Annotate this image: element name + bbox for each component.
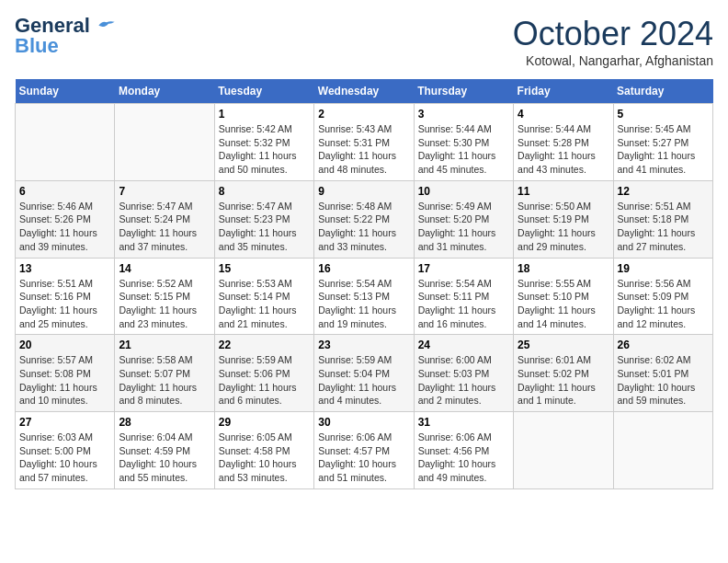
day-info: Sunrise: 5:54 AMSunset: 5:13 PMDaylight:…: [318, 277, 409, 331]
calendar-cell: [16, 104, 115, 181]
calendar-cell: 20Sunrise: 5:57 AMSunset: 5:08 PMDayligh…: [16, 335, 115, 412]
calendar-cell: 15Sunrise: 5:53 AMSunset: 5:14 PMDayligh…: [214, 258, 313, 335]
calendar-cell: 24Sunrise: 6:00 AMSunset: 5:03 PMDayligh…: [414, 335, 513, 412]
day-number: 22: [219, 339, 310, 351]
day-number: 29: [219, 416, 310, 429]
day-info: Sunrise: 5:48 AMSunset: 5:22 PMDaylight:…: [318, 200, 409, 254]
day-number: 20: [19, 339, 110, 351]
calendar-cell: 8Sunrise: 5:47 AMSunset: 5:23 PMDaylight…: [214, 180, 313, 258]
calendar-cell: 18Sunrise: 5:55 AMSunset: 5:10 PMDayligh…: [514, 258, 613, 335]
day-number: 18: [518, 262, 609, 275]
calendar-table: SundayMondayTuesdayWednesdayThursdayFrid…: [15, 79, 713, 489]
day-number: 2: [318, 108, 409, 121]
day-info: Sunrise: 5:42 AMSunset: 5:32 PMDaylight:…: [219, 122, 310, 177]
day-number: 27: [19, 416, 110, 429]
col-header-saturday: Saturday: [613, 79, 712, 104]
day-number: 23: [318, 339, 409, 351]
day-info: Sunrise: 5:53 AMSunset: 5:14 PMDaylight:…: [219, 277, 310, 331]
calendar-cell: 30Sunrise: 6:06 AMSunset: 4:57 PMDayligh…: [314, 412, 414, 489]
day-number: 26: [618, 339, 709, 351]
day-info: Sunrise: 5:47 AMSunset: 5:23 PMDaylight:…: [219, 200, 310, 254]
calendar-cell: 25Sunrise: 6:01 AMSunset: 5:02 PMDayligh…: [514, 335, 613, 412]
col-header-tuesday: Tuesday: [214, 79, 313, 104]
col-header-thursday: Thursday: [414, 79, 513, 104]
logo-blue: Blue: [15, 35, 59, 57]
day-number: 24: [418, 339, 509, 351]
day-number: 1: [219, 108, 310, 121]
day-info: Sunrise: 5:59 AMSunset: 5:04 PMDaylight:…: [318, 353, 409, 408]
calendar-cell: [613, 412, 712, 489]
day-info: Sunrise: 6:04 AMSunset: 4:59 PMDaylight:…: [119, 431, 210, 485]
calendar-cell: 23Sunrise: 5:59 AMSunset: 5:04 PMDayligh…: [314, 335, 414, 412]
calendar-cell: 27Sunrise: 6:03 AMSunset: 5:00 PMDayligh…: [16, 412, 115, 489]
day-info: Sunrise: 6:00 AMSunset: 5:03 PMDaylight:…: [418, 353, 509, 408]
calendar-cell: 19Sunrise: 5:56 AMSunset: 5:09 PMDayligh…: [613, 258, 712, 335]
day-info: Sunrise: 5:59 AMSunset: 5:06 PMDaylight:…: [219, 353, 310, 408]
day-number: 14: [119, 262, 210, 275]
calendar-week-4: 20Sunrise: 5:57 AMSunset: 5:08 PMDayligh…: [16, 335, 713, 412]
calendar-cell: 4Sunrise: 5:44 AMSunset: 5:28 PMDaylight…: [514, 104, 613, 181]
calendar-cell: 6Sunrise: 5:46 AMSunset: 5:26 PMDaylight…: [16, 180, 115, 258]
day-number: 13: [19, 262, 110, 275]
calendar-cell: 9Sunrise: 5:48 AMSunset: 5:22 PMDaylight…: [314, 180, 414, 258]
calendar-cell: 17Sunrise: 5:54 AMSunset: 5:11 PMDayligh…: [414, 258, 513, 335]
day-number: 30: [318, 416, 409, 429]
calendar-cell: 2Sunrise: 5:43 AMSunset: 5:31 PMDaylight…: [314, 104, 414, 181]
day-number: 3: [418, 108, 509, 121]
day-info: Sunrise: 5:52 AMSunset: 5:15 PMDaylight:…: [119, 277, 210, 331]
calendar-cell: 12Sunrise: 5:51 AMSunset: 5:18 PMDayligh…: [613, 180, 712, 258]
location: Kotowal, Nangarhar, Afghanistan: [513, 53, 713, 68]
calendar-cell: 22Sunrise: 5:59 AMSunset: 5:06 PMDayligh…: [214, 335, 313, 412]
day-info: Sunrise: 5:55 AMSunset: 5:10 PMDaylight:…: [518, 277, 609, 331]
day-info: Sunrise: 5:56 AMSunset: 5:09 PMDaylight:…: [618, 277, 709, 331]
day-info: Sunrise: 5:47 AMSunset: 5:24 PMDaylight:…: [119, 200, 210, 254]
day-number: 6: [19, 185, 110, 198]
day-info: Sunrise: 5:45 AMSunset: 5:27 PMDaylight:…: [618, 122, 709, 177]
calendar-cell: 5Sunrise: 5:45 AMSunset: 5:27 PMDaylight…: [613, 104, 712, 181]
day-number: 31: [418, 416, 509, 429]
day-info: Sunrise: 6:01 AMSunset: 5:02 PMDaylight:…: [518, 353, 609, 408]
day-number: 16: [318, 262, 409, 275]
day-number: 19: [618, 262, 709, 275]
calendar-week-2: 6Sunrise: 5:46 AMSunset: 5:26 PMDaylight…: [16, 180, 713, 258]
day-info: Sunrise: 5:49 AMSunset: 5:20 PMDaylight:…: [418, 200, 509, 254]
calendar-cell: [514, 412, 613, 489]
day-number: 28: [119, 416, 210, 429]
col-header-monday: Monday: [115, 79, 214, 104]
calendar-cell: 31Sunrise: 6:06 AMSunset: 4:56 PMDayligh…: [414, 412, 513, 489]
page-header: General Blue October 2024 Kotowal, Nanga…: [15, 15, 713, 68]
calendar-cell: 3Sunrise: 5:44 AMSunset: 5:30 PMDaylight…: [414, 104, 513, 181]
calendar-cell: 13Sunrise: 5:51 AMSunset: 5:16 PMDayligh…: [16, 258, 115, 335]
calendar-cell: 7Sunrise: 5:47 AMSunset: 5:24 PMDaylight…: [115, 180, 214, 258]
day-info: Sunrise: 5:50 AMSunset: 5:19 PMDaylight:…: [518, 200, 609, 254]
calendar-header-row: SundayMondayTuesdayWednesdayThursdayFrid…: [16, 79, 713, 104]
calendar-cell: 11Sunrise: 5:50 AMSunset: 5:19 PMDayligh…: [514, 180, 613, 258]
day-number: 11: [518, 185, 609, 198]
day-info: Sunrise: 5:58 AMSunset: 5:07 PMDaylight:…: [119, 353, 210, 408]
calendar-week-5: 27Sunrise: 6:03 AMSunset: 5:00 PMDayligh…: [16, 412, 713, 489]
day-number: 12: [618, 185, 709, 198]
col-header-wednesday: Wednesday: [314, 79, 414, 104]
day-info: Sunrise: 5:46 AMSunset: 5:26 PMDaylight:…: [19, 200, 110, 254]
day-number: 5: [618, 108, 709, 121]
day-info: Sunrise: 6:06 AMSunset: 4:57 PMDaylight:…: [318, 431, 409, 485]
day-info: Sunrise: 5:57 AMSunset: 5:08 PMDaylight:…: [19, 353, 110, 408]
calendar-week-3: 13Sunrise: 5:51 AMSunset: 5:16 PMDayligh…: [16, 258, 713, 335]
calendar-cell: 1Sunrise: 5:42 AMSunset: 5:32 PMDaylight…: [214, 104, 313, 181]
day-number: 9: [318, 185, 409, 198]
day-number: 15: [219, 262, 310, 275]
day-info: Sunrise: 6:02 AMSunset: 5:01 PMDaylight:…: [618, 353, 709, 408]
day-number: 8: [219, 185, 310, 198]
day-info: Sunrise: 6:03 AMSunset: 5:00 PMDaylight:…: [19, 431, 110, 485]
day-info: Sunrise: 5:51 AMSunset: 5:16 PMDaylight:…: [19, 277, 110, 331]
day-number: 10: [418, 185, 509, 198]
day-info: Sunrise: 5:51 AMSunset: 5:18 PMDaylight:…: [618, 200, 709, 254]
calendar-cell: 16Sunrise: 5:54 AMSunset: 5:13 PMDayligh…: [314, 258, 414, 335]
day-info: Sunrise: 6:06 AMSunset: 4:56 PMDaylight:…: [418, 431, 509, 485]
day-number: 7: [119, 185, 210, 198]
day-number: 4: [518, 108, 609, 121]
calendar-cell: 26Sunrise: 6:02 AMSunset: 5:01 PMDayligh…: [613, 335, 712, 412]
day-number: 25: [518, 339, 609, 351]
day-info: Sunrise: 5:54 AMSunset: 5:11 PMDaylight:…: [418, 277, 509, 331]
day-info: Sunrise: 5:44 AMSunset: 5:30 PMDaylight:…: [418, 122, 509, 177]
